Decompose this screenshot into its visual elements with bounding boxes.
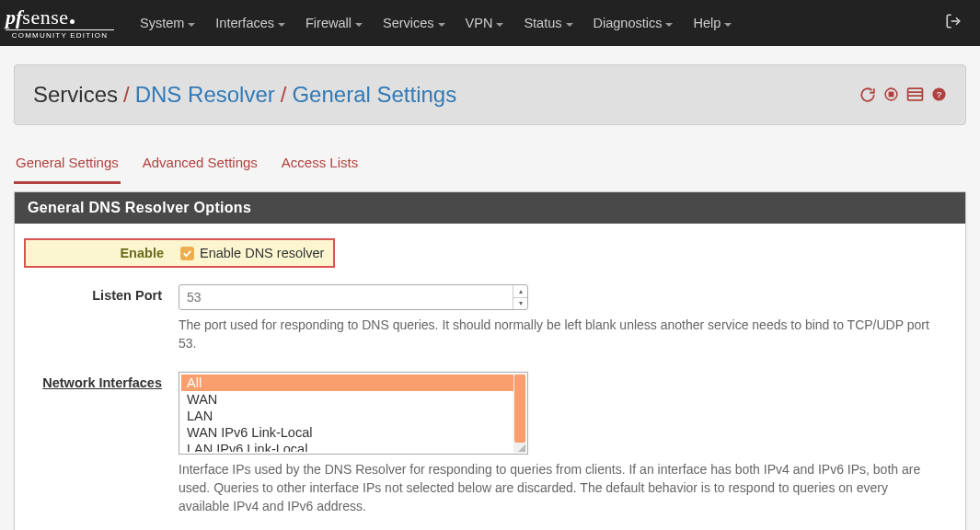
caret-icon [438, 23, 445, 27]
caret-icon [724, 23, 732, 27]
spinner-up-icon[interactable]: ▴ [513, 285, 527, 298]
caret-icon [566, 23, 573, 27]
network-interfaces-label: Network Interfaces [29, 372, 179, 390]
logo-pf: pf [6, 7, 22, 28]
svg-rect-2 [889, 92, 893, 96]
network-interfaces-help: Interface IPs used by the DNS Resolver f… [179, 460, 942, 516]
caret-icon [188, 23, 195, 27]
nav-diagnostics[interactable]: Diagnostics [584, 2, 683, 44]
enable-text: Enable DNS resolver [200, 246, 324, 260]
scrollbar[interactable] [513, 374, 526, 453]
option-lan[interactable]: LAN [181, 408, 525, 424]
option-wan[interactable]: WAN [181, 391, 525, 408]
bc-dns-resolver[interactable]: DNS Resolver [135, 82, 275, 108]
panel-title: General DNS Resolver Options [15, 192, 965, 224]
option-lan-ipv6[interactable]: LAN IPv6 Link-Local [181, 441, 525, 452]
resize-grip-icon[interactable] [516, 443, 525, 452]
caret-icon [496, 23, 503, 27]
nav-items: System Interfaces Firewall Services VPN … [131, 2, 741, 44]
breadcrumb: Services / DNS Resolver / General Settin… [14, 64, 966, 125]
related-log-icon[interactable] [906, 86, 924, 103]
listen-port-help: The port used for responding to DNS quer… [179, 316, 942, 353]
top-navbar: pf sense COMMUNITY EDITION System Interf… [0, 0, 980, 46]
enable-highlight: Enable Enable DNS resolver [24, 238, 335, 268]
panel-general-options: General DNS Resolver Options Enable Enab… [14, 191, 966, 530]
listen-port-label: Listen Port [29, 284, 179, 303]
option-all[interactable]: All [181, 374, 525, 391]
caret-icon [278, 23, 285, 27]
logo-sense: sense [22, 7, 68, 28]
bc-general-settings[interactable]: General Settings [292, 82, 456, 108]
restart-service-icon[interactable] [859, 86, 876, 103]
logout-icon[interactable] [936, 13, 971, 33]
nav-interfaces[interactable]: Interfaces [206, 2, 294, 44]
nav-help[interactable]: Help [684, 2, 741, 44]
checkbox-checked-icon [180, 247, 194, 260]
logo-dot [70, 19, 75, 24]
nav-status[interactable]: Status [514, 2, 582, 44]
listen-port-input[interactable] [179, 284, 528, 310]
help-icon[interactable]: ? [931, 86, 947, 103]
stop-service-icon[interactable] [883, 86, 899, 103]
number-spinner[interactable]: ▴▾ [513, 285, 527, 309]
logo-edition: COMMUNITY EDITION [6, 29, 114, 40]
scrollbar-thumb[interactable] [514, 374, 525, 443]
network-interfaces-select[interactable]: All WAN LAN WAN IPv6 Link-Local LAN IPv6… [179, 372, 528, 455]
caret-icon [665, 23, 673, 27]
bc-root[interactable]: Services [33, 82, 118, 108]
tab-access-lists[interactable]: Access Lists [280, 147, 360, 184]
caret-icon [355, 23, 363, 27]
tab-general-settings[interactable]: General Settings [14, 147, 121, 184]
svg-rect-3 [908, 88, 923, 100]
enable-label: Enable [26, 246, 180, 260]
svg-text:?: ? [936, 89, 941, 99]
tab-advanced-settings[interactable]: Advanced Settings [141, 147, 259, 184]
nav-system[interactable]: System [131, 2, 204, 44]
tabs: General Settings Advanced Settings Acces… [14, 147, 966, 184]
nav-services[interactable]: Services [374, 2, 455, 44]
enable-checkbox[interactable]: Enable DNS resolver [180, 246, 324, 260]
bc-sep: / [281, 82, 287, 108]
nav-vpn[interactable]: VPN [456, 2, 513, 44]
bc-sep: / [123, 82, 130, 108]
option-wan-ipv6[interactable]: WAN IPv6 Link-Local [181, 424, 525, 441]
logo[interactable]: pf sense COMMUNITY EDITION [0, 0, 131, 46]
spinner-down-icon[interactable]: ▾ [513, 298, 527, 310]
nav-firewall[interactable]: Firewall [296, 2, 372, 44]
